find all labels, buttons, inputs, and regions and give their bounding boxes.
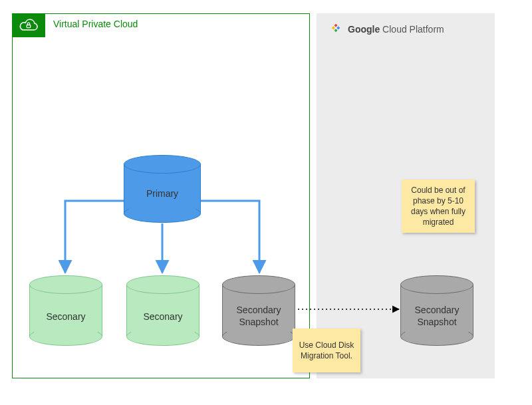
node-snapshot-1-label: Secondary Snapshot — [222, 305, 295, 328]
node-seconary-1: Seconary — [29, 275, 102, 346]
note-tool-text: Use Cloud Disk Migration Tool. — [297, 340, 356, 361]
node-primary: Primary — [124, 155, 201, 223]
gcp-header: Google Cloud Platform — [329, 21, 444, 37]
note-phase: Could be out of phase by 5-10 days when … — [402, 180, 475, 233]
node-snapshot-2-label: Secondary Snapshot — [400, 305, 473, 328]
cloud-lock-icon — [12, 13, 45, 37]
node-seconary-1-label: Seconary — [29, 311, 102, 323]
node-primary-label: Primary — [124, 188, 201, 200]
note-phase-text: Could be out of phase by 5-10 days when … — [406, 185, 471, 228]
node-snapshot-1: Secondary Snapshot — [222, 275, 295, 346]
gcp-title: Google Cloud Platform — [348, 24, 444, 35]
node-seconary-2: Seconary — [126, 275, 200, 346]
note-tool: Use Cloud Disk Migration Tool. — [293, 329, 360, 372]
svg-rect-0 — [27, 25, 30, 28]
node-snapshot-2: Secondary Snapshot — [400, 275, 473, 346]
diagram-canvas: Google Cloud Platform Virtual Private Cl… — [0, 0, 532, 405]
vpc-title: Virtual Private Cloud — [53, 19, 138, 29]
node-seconary-2-label: Seconary — [126, 311, 200, 323]
gcp-logo-icon — [329, 21, 342, 37]
